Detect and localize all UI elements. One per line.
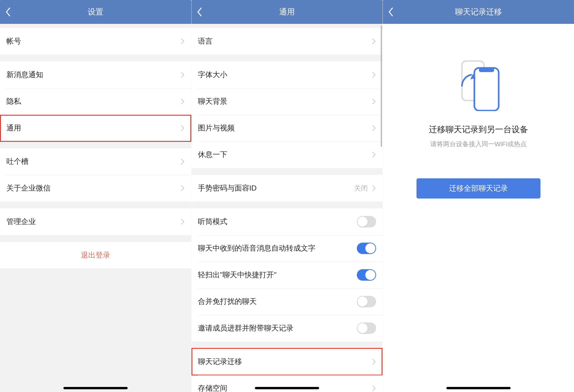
cell-chat-migrate[interactable]: 聊天记录迁移 <box>191 348 383 375</box>
cell-label: 休息一下 <box>198 150 372 160</box>
chevron-right-icon <box>181 71 185 78</box>
cell-language[interactable]: 语言 <box>191 28 383 55</box>
cell-voice-to-text[interactable]: 聊天中收到的语音消息自动转成文字 <box>191 235 383 262</box>
cell-value: 关闭 <box>354 184 368 193</box>
chevron-right-icon <box>372 125 376 132</box>
screen-general: 通用 语言 字体大小 聊天背景 图片与视频 休息一下 手势密码与面容ID <box>191 0 383 392</box>
chevron-right-icon <box>372 385 376 392</box>
cell-about[interactable]: 关于企业微信 <box>0 175 191 201</box>
header: 通用 <box>191 0 383 24</box>
general-group: 语言 <box>191 28 383 55</box>
header: 设置 <box>0 0 191 24</box>
chevron-right-icon <box>181 185 185 192</box>
chevron-right-icon <box>372 151 376 158</box>
home-indicator[interactable] <box>446 387 511 389</box>
chevron-left-icon <box>197 8 202 16</box>
chevron-right-icon <box>181 38 185 45</box>
toggle-ear-mode[interactable] <box>357 216 376 227</box>
cell-account[interactable]: 帐号 <box>0 28 191 55</box>
cell-label: 轻扫出"聊天中快捷打开" <box>198 270 357 280</box>
header-title: 通用 <box>279 7 295 17</box>
chevron-left-icon <box>388 8 393 16</box>
chevron-right-icon <box>372 185 376 192</box>
toggle-swipe-shortcut[interactable] <box>357 269 376 281</box>
settings-group: 退出登录 <box>0 242 191 269</box>
button-label: 迁移全部聊天记录 <box>449 184 508 192</box>
cell-general[interactable]: 通用 <box>0 115 191 141</box>
logout-label: 退出登录 <box>81 250 110 260</box>
cell-label: 邀请成员进群并附带聊天记录 <box>198 323 357 333</box>
cell-label: 新消息通知 <box>6 70 181 80</box>
chevron-right-icon <box>372 38 376 45</box>
general-group: 聊天记录迁移 存储空间 <box>191 348 383 392</box>
home-indicator[interactable] <box>63 387 128 389</box>
general-group: 字体大小 聊天背景 图片与视频 休息一下 <box>191 61 383 168</box>
back-button[interactable] <box>5 0 19 24</box>
cell-chat-bg[interactable]: 聊天背景 <box>191 88 383 115</box>
cell-label: 语言 <box>198 36 372 46</box>
chevron-right-icon <box>181 158 185 165</box>
cell-feedback[interactable]: 吐个槽 <box>0 148 191 175</box>
chevron-right-icon <box>372 98 376 105</box>
cell-label: 聊天记录迁移 <box>198 357 372 367</box>
settings-group: 新消息通知 隐私 通用 <box>0 61 191 141</box>
header-title: 聊天记录迁移 <box>455 7 502 17</box>
cell-notifications[interactable]: 新消息通知 <box>0 61 191 88</box>
cell-label: 通用 <box>6 123 181 133</box>
general-group: 听筒模式 聊天中收到的语音消息自动转成文字 轻扫出"聊天中快捷打开" 合并免打扰… <box>191 208 383 341</box>
general-group: 手势密码与面容ID 关闭 <box>191 175 383 201</box>
toggle-invite-history[interactable] <box>357 322 376 334</box>
cell-label: 帐号 <box>6 36 181 46</box>
chevron-right-icon <box>181 98 185 105</box>
toggle-merge-mute[interactable] <box>357 296 376 307</box>
home-indicator[interactable] <box>255 387 319 389</box>
migrate-subtitle: 请将两台设备接入同一WiFi或热点 <box>430 140 527 149</box>
cell-label: 隐私 <box>6 96 181 106</box>
logout-button[interactable]: 退出登录 <box>0 242 191 269</box>
back-button[interactable] <box>388 0 402 24</box>
migrate-heading: 迁移聊天记录到另一台设备 <box>429 124 528 135</box>
back-button[interactable] <box>197 0 211 24</box>
header: 聊天记录迁移 <box>383 0 574 24</box>
chevron-right-icon <box>372 71 376 78</box>
screen-migrate: 聊天记录迁移 迁移聊天记录到另一台设备 请将两台设备接入同一WiFi或热点 迁移… <box>383 0 574 392</box>
cell-privacy[interactable]: 隐私 <box>0 88 191 115</box>
cell-media[interactable]: 图片与视频 <box>191 115 383 141</box>
toggle-voice-to-text[interactable] <box>357 243 376 254</box>
cell-label: 听筒模式 <box>198 217 357 227</box>
cell-rest[interactable]: 休息一下 <box>191 141 383 168</box>
cell-label: 图片与视频 <box>198 123 372 133</box>
cell-label: 聊天中收到的语音消息自动转成文字 <box>198 243 357 253</box>
cell-invite-history[interactable]: 邀请成员进群并附带聊天记录 <box>191 315 383 341</box>
chevron-right-icon <box>181 218 185 225</box>
settings-group: 吐个槽 关于企业微信 <box>0 148 191 201</box>
cell-label: 字体大小 <box>198 70 372 80</box>
migrate-content: 迁移聊天记录到另一台设备 请将两台设备接入同一WiFi或热点 迁移全部聊天记录 <box>383 24 574 392</box>
cell-label: 关于企业微信 <box>6 183 181 193</box>
cell-merge-mute[interactable]: 合并免打扰的聊天 <box>191 288 383 315</box>
cell-font-size[interactable]: 字体大小 <box>191 61 383 88</box>
cell-gesture-faceid[interactable]: 手势密码与面容ID 关闭 <box>191 175 383 201</box>
cell-storage[interactable]: 存储空间 <box>191 375 383 392</box>
cell-label: 合并免打扰的聊天 <box>198 296 357 307</box>
cell-label: 手势密码与面容ID <box>198 183 354 193</box>
screen-settings: 设置 帐号 新消息通知 隐私 通用 <box>0 0 191 392</box>
settings-group: 管理企业 <box>0 208 191 235</box>
cell-ear-mode[interactable]: 听筒模式 <box>191 208 383 235</box>
cell-swipe-shortcut[interactable]: 轻扫出"聊天中快捷打开" <box>191 262 383 288</box>
cell-manage-org[interactable]: 管理企业 <box>0 208 191 235</box>
chevron-right-icon <box>372 358 376 365</box>
settings-group: 帐号 <box>0 28 191 55</box>
cell-label: 聊天背景 <box>198 96 372 106</box>
chevron-right-icon <box>181 125 185 132</box>
svg-rect-1 <box>474 68 499 111</box>
header-title: 设置 <box>88 7 103 17</box>
migrate-illustration-icon <box>453 56 504 111</box>
cell-label: 吐个槽 <box>6 157 181 167</box>
cell-label: 管理企业 <box>6 217 181 227</box>
chevron-left-icon <box>5 8 11 16</box>
migrate-all-button[interactable]: 迁移全部聊天记录 <box>416 178 540 198</box>
